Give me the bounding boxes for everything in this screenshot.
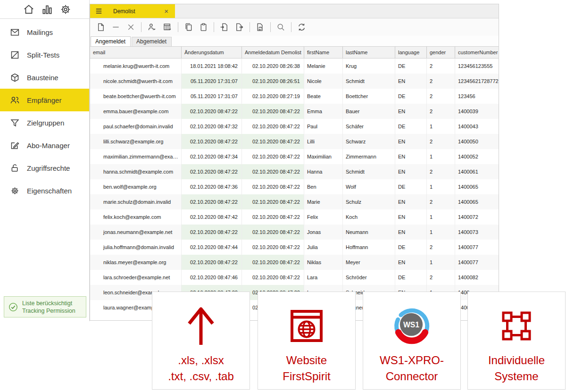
table-row[interactable]: nicole.schmidt@wuerth-it.com05.11.2020 1… — [90, 74, 499, 89]
cell-signup: 02.10.2020 08:26:51 — [242, 74, 304, 89]
card-label-line1: WS1-XPRO- — [380, 352, 444, 368]
cell-signup: 02.10.2020 08:47:22 — [242, 194, 304, 209]
cell-customernumber: 1400072 — [455, 209, 499, 225]
home-icon[interactable] — [23, 3, 35, 16]
table-row[interactable]: ben.wolf@example.org02.10.2020 08:47:360… — [90, 179, 499, 194]
cell-customernumber: 1400073 — [455, 225, 499, 240]
sidebar-item-split-tests[interactable]: Split-Tests — [0, 43, 89, 66]
column-header-email[interactable]: email — [90, 47, 182, 58]
delete-button[interactable] — [126, 22, 136, 32]
import-source-card-website[interactable]: Website FirstSpirit — [258, 292, 356, 390]
cell-gender: 1 — [427, 119, 455, 134]
sync-list-button[interactable] — [255, 22, 265, 32]
remove-button[interactable] — [111, 22, 121, 32]
export-button[interactable] — [234, 22, 244, 32]
cell-customernumber: 1400077 — [455, 240, 499, 255]
search-button[interactable] — [276, 22, 286, 32]
connected-systems-icon — [498, 300, 535, 352]
sidebar-item-abo-manager[interactable]: Abo-Manager — [0, 134, 89, 157]
table-row[interactable]: felix.koch@example.com02.10.2020 08:47:4… — [90, 209, 499, 225]
sidebar-nav: Mailings Split-Tests Bausteine — [0, 19, 89, 202]
sidebar-item-label: Split-Tests — [27, 51, 59, 59]
table-row[interactable]: emma.bauer@example.com02.10.2020 08:47:2… — [90, 104, 499, 119]
sidebar-item-zugriffsrechte[interactable]: Zugriffsrechte — [0, 157, 89, 179]
column-header-customernumber[interactable]: customerNumber — [455, 47, 499, 58]
table-row[interactable]: maximilian.zimmermann@example…02.10.2020… — [90, 149, 499, 164]
toolbar-separator — [141, 22, 142, 32]
cell-language: EN — [395, 255, 427, 270]
cell-email: felix.koch@example.com — [90, 209, 182, 225]
cell-signup: 02.10.2020 08:47:22 — [242, 149, 304, 164]
column-header-gender[interactable]: gender — [427, 47, 455, 58]
sidebar-item-empfaenger[interactable]: Empfänger — [0, 89, 89, 111]
card-label-line2: Systeme — [494, 368, 538, 384]
cell-email: julia.hoffmann@domain.invalid — [90, 240, 182, 255]
sidebar-item-zielgruppen[interactable]: Zielgruppen — [0, 111, 89, 134]
column-header-language[interactable]: language — [395, 47, 427, 58]
table-row[interactable]: marie.schulz@domain.invalid02.10.2020 08… — [90, 194, 499, 209]
column-header-anmeldedatum[interactable]: Anmeldedatum Demolist — [242, 47, 304, 58]
cell-email: emma.bauer@example.com — [90, 104, 182, 119]
cell-language: DE — [395, 179, 427, 194]
settings-icon[interactable] — [59, 3, 72, 16]
cell-language: DE — [395, 270, 427, 285]
sidebar-item-label: Abo-Manager — [27, 142, 70, 150]
table-row[interactable]: lara.schroeder@example.net02.10.2020 08:… — [90, 270, 499, 285]
paste-button[interactable] — [199, 22, 208, 32]
sidebar-item-bausteine[interactable]: Bausteine — [0, 66, 89, 89]
cell-language: EN — [395, 104, 427, 119]
cell-lastname: Zimmermann — [343, 149, 395, 164]
table-row[interactable]: lilli.schwarz@example.org02.10.2020 08:4… — [90, 134, 499, 149]
subtab-abgemeldet[interactable]: Abgemeldet — [132, 37, 172, 46]
table-row[interactable]: melanie.krug@wuerth-it.com18.01.2021 18:… — [90, 58, 499, 74]
cell-lastname: Neumann — [343, 225, 395, 240]
table-row[interactable]: niklas.meyer@example.org02.10.2020 08:47… — [90, 255, 499, 270]
cell-customernumber: 1400052 — [455, 149, 499, 164]
cell-language: DE — [395, 119, 427, 134]
table-row[interactable]: paul.schaefer@domain.invalid02.10.2020 0… — [90, 119, 499, 134]
import-source-card-files[interactable]: .xls, .xlsx .txt, .csv, .tab — [152, 292, 250, 390]
browser-globe-icon — [288, 300, 325, 352]
bar-chart-icon[interactable] — [41, 3, 53, 16]
cell-signup: 02.10.2020 08:47:22 — [242, 104, 304, 119]
sidebar-item-label: Zielgruppen — [27, 119, 64, 127]
cell-changed: 02.10.2020 08:47:46 — [182, 270, 242, 285]
sidebar-item-mailings[interactable]: Mailings — [0, 21, 89, 43]
refresh-button[interactable] — [297, 22, 307, 32]
cell-gender: 1 — [427, 149, 455, 164]
cell-customernumber: 123456 — [455, 89, 499, 104]
sidebar-item-eigenschaften[interactable]: Eigenschaften — [0, 179, 89, 202]
new-button[interactable] — [96, 22, 106, 32]
subtab-angemeldet[interactable]: Angemeldet — [91, 36, 131, 46]
cell-customernumber: 1400050 — [455, 134, 499, 149]
import-source-card-individual-systems[interactable]: Individuelle Systeme — [467, 292, 566, 390]
tab-demolist[interactable]: Demolist × — [90, 4, 175, 18]
cell-email: lara.schroeder@example.net — [90, 270, 182, 285]
cell-gender: 2 — [427, 58, 455, 74]
card-label-line2: Connector — [386, 368, 438, 384]
cell-lastname: Schwarz — [343, 134, 395, 149]
table-row[interactable]: beate.boettcher@wuerth-it.com05.11.2020 … — [90, 89, 499, 104]
close-icon[interactable]: × — [162, 7, 170, 16]
table-row[interactable]: julia.hoffmann@domain.invalid02.10.2020 … — [90, 240, 499, 255]
cell-lastname: Bauer — [343, 104, 395, 119]
cell-customernumber: 1400065 — [455, 179, 499, 194]
cell-firstname: Beate — [304, 89, 343, 104]
column-header-firstname[interactable]: firstName — [304, 47, 343, 58]
table-row[interactable]: jonas.neumann@example.net02.10.2020 08:4… — [90, 225, 499, 240]
sidebar-item-label: Mailings — [27, 28, 53, 36]
recipient-menu-button[interactable] — [147, 22, 157, 32]
cell-signup: 02.10.2020 08:47:22 — [242, 225, 304, 240]
table-row[interactable]: hanna.schmidt@example.com02.10.2020 08:4… — [90, 164, 499, 179]
columns-menu-button[interactable] — [162, 22, 173, 32]
check-circle-icon — [8, 302, 18, 312]
import-button[interactable] — [219, 22, 229, 32]
import-source-card-ws1-xpro[interactable]: WS1 WS1-XPRO- Connector — [363, 292, 461, 390]
column-header-lastname[interactable]: lastName — [343, 47, 395, 58]
cell-signup: 02.10.2020 08:47:22 — [242, 134, 304, 149]
copy-button[interactable] — [183, 22, 193, 32]
column-header-aenderungsdatum[interactable]: Änderungsdatum — [182, 47, 242, 58]
cell-firstname: Hanna — [304, 164, 343, 179]
open-lock-icon — [10, 163, 20, 173]
cell-signup: 02.10.2020 08:26:38 — [242, 58, 304, 74]
